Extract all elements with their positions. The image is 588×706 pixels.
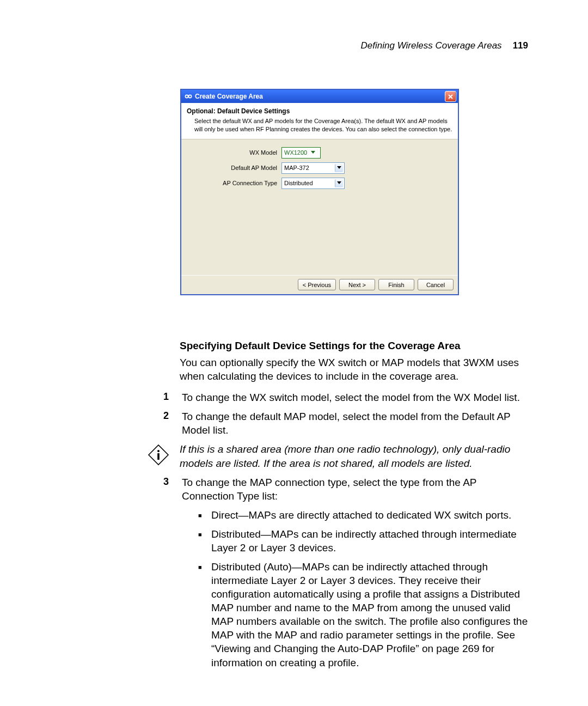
step-3-bullets: ■ Direct—MAPs are directly attached to d… bbox=[198, 508, 530, 670]
section-heading: Specifying Default Device Settings for t… bbox=[180, 339, 530, 352]
chain-link-icon bbox=[185, 93, 192, 100]
step-number: 2 bbox=[161, 410, 182, 437]
step-1: 1 To change the WX switch model, select … bbox=[161, 391, 530, 404]
header-section-title: Defining Wireless Coverage Areas bbox=[361, 40, 502, 51]
default-ap-model-label: Default AP Model bbox=[187, 165, 281, 171]
ap-connection-type-select[interactable]: Distributed bbox=[281, 178, 345, 189]
dialog-subheading: Optional: Default Device Settings bbox=[187, 107, 452, 115]
chevron-down-icon bbox=[335, 179, 343, 187]
dialog-titlebar[interactable]: Create Coverage Area bbox=[181, 90, 458, 103]
svg-point-3 bbox=[157, 450, 160, 452]
square-bullet-icon: ■ bbox=[198, 508, 211, 522]
list-item: ■ Direct—MAPs are directly attached to d… bbox=[198, 508, 530, 522]
svg-point-0 bbox=[185, 95, 188, 98]
svg-point-1 bbox=[188, 95, 191, 98]
previous-button[interactable]: < Previous bbox=[298, 279, 336, 290]
info-note: If this is a shared area (more than one … bbox=[147, 442, 530, 470]
chevron-down-icon bbox=[335, 164, 343, 172]
finish-button[interactable]: Finish bbox=[378, 279, 414, 290]
wx-model-value: WX1200 bbox=[284, 149, 308, 156]
ap-connection-type-value: Distributed bbox=[284, 180, 314, 186]
wx-model-label: WX Model bbox=[187, 149, 281, 156]
bullet-text: Distributed (Auto)—MAPs can be indirectl… bbox=[211, 560, 530, 670]
chevron-down-icon bbox=[309, 149, 317, 157]
step-text: To change the MAP connection type, selec… bbox=[182, 476, 530, 503]
running-header: Defining Wireless Coverage Areas 119 bbox=[0, 40, 588, 51]
dialog-body: WX Model WX1200 Default AP Model MAP-372 bbox=[181, 139, 458, 275]
dialog-title: Create Coverage Area bbox=[195, 93, 263, 100]
dialog-description: Select the default WX and AP models for … bbox=[187, 117, 452, 133]
wx-model-select[interactable]: WX1200 bbox=[281, 147, 321, 159]
dialog-footer: < Previous Next > Finish Cancel bbox=[181, 275, 458, 294]
step-text: To change the WX switch model, select th… bbox=[182, 391, 530, 404]
list-item: ■ Distributed (Auto)—MAPs can be indirec… bbox=[198, 560, 530, 670]
svg-rect-4 bbox=[157, 453, 160, 460]
bullet-text: Direct—MAPs are directly attached to ded… bbox=[211, 508, 530, 522]
document-content: Specifying Default Device Settings for t… bbox=[161, 339, 530, 675]
step-number: 3 bbox=[161, 476, 182, 503]
dialog-header-panel: Optional: Default Device Settings Select… bbox=[181, 103, 458, 139]
cancel-button[interactable]: Cancel bbox=[418, 279, 454, 290]
square-bullet-icon: ■ bbox=[198, 560, 211, 670]
lead-paragraph: You can optionally specify the WX switch… bbox=[180, 356, 530, 383]
info-icon bbox=[147, 442, 180, 470]
close-button[interactable] bbox=[445, 91, 456, 102]
step-2: 2 To change the default MAP model, selec… bbox=[161, 410, 530, 437]
next-button[interactable]: Next > bbox=[339, 279, 375, 290]
step-text: To change the default MAP model, select … bbox=[182, 410, 530, 437]
ap-connection-type-label: AP Connection Type bbox=[187, 180, 281, 186]
create-coverage-area-dialog: Create Coverage Area Optional: Default D… bbox=[181, 89, 458, 295]
step-number: 1 bbox=[161, 391, 182, 404]
square-bullet-icon: ■ bbox=[198, 527, 211, 555]
header-page-number: 119 bbox=[513, 40, 528, 51]
bullet-text: Distributed—MAPs can be indirectly attac… bbox=[211, 527, 530, 555]
default-ap-model-value: MAP-372 bbox=[284, 165, 310, 171]
note-text: If this is a shared area (more than one … bbox=[180, 442, 530, 470]
list-item: ■ Distributed—MAPs can be indirectly att… bbox=[198, 527, 530, 555]
step-3: 3 To change the MAP connection type, sel… bbox=[161, 476, 530, 503]
default-ap-model-select[interactable]: MAP-372 bbox=[281, 162, 345, 174]
close-icon bbox=[448, 94, 454, 100]
